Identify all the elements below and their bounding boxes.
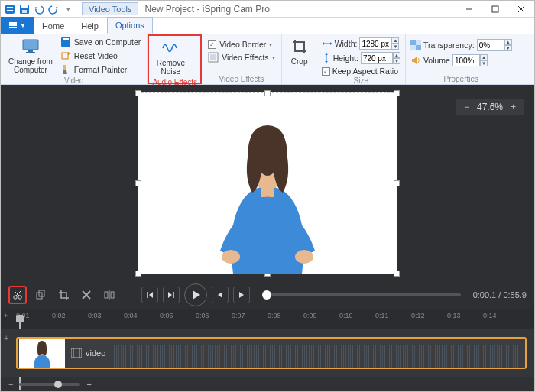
checkbox-checked-icon: ✓ [322, 67, 330, 76]
scrub-handle[interactable] [262, 290, 271, 300]
tab-home[interactable]: Home [34, 17, 73, 34]
chevron-down-icon: ▾ [269, 41, 272, 48]
svg-rect-7 [492, 6, 498, 12]
titlebar: ▾ Video Tools New Project - iSpring Cam … [1, 1, 534, 18]
remove-noise-button[interactable]: Remove Noise [152, 37, 189, 77]
timeline-zoom-bar: − + [1, 377, 534, 391]
svg-rect-17 [63, 38, 69, 40]
next-frame-button[interactable] [163, 287, 180, 303]
cut-button[interactable] [8, 286, 27, 304]
tab-help[interactable]: Help [73, 17, 107, 34]
timeline-track[interactable]: + video [1, 329, 534, 377]
resize-handle[interactable] [394, 90, 400, 96]
step-forward-button[interactable] [233, 287, 250, 303]
crop-button[interactable]: Crop [287, 36, 313, 67]
resize-handle[interactable] [264, 90, 271, 96]
volume-icon [410, 55, 421, 66]
volume-label: Volume [423, 56, 450, 65]
timeline-zoom-in-button[interactable]: + [86, 380, 91, 389]
width-icon [322, 39, 332, 48]
volume-spinner[interactable]: ▲▼ [452, 54, 488, 66]
qat-dropdown-icon[interactable]: ▾ [62, 3, 74, 15]
group-label-properties: Properties [410, 74, 512, 84]
copy-button[interactable] [31, 286, 50, 304]
scrub-bar[interactable] [262, 293, 461, 296]
zoom-in-button[interactable]: + [511, 102, 516, 112]
ruler-expand-icon[interactable]: + [4, 312, 8, 319]
svg-rect-10 [9, 22, 17, 24]
remove-noise-label: Remove Noise [157, 59, 185, 76]
ruler-tick: 0:02 [52, 312, 88, 319]
crop-tool-button[interactable] [54, 286, 73, 304]
svg-rect-5 [22, 10, 27, 13]
transparency-icon [410, 40, 421, 50]
width-row: Width: ▲▼ [322, 37, 400, 50]
audio-waveform [112, 345, 522, 368]
play-button[interactable] [184, 283, 207, 306]
ribbon: Change from Computer Save on Computer Re… [1, 34, 534, 85]
add-track-icon[interactable]: + [4, 333, 8, 342]
reset-video-button[interactable]: Reset Video [59, 50, 143, 62]
timeline-zoom-slider[interactable] [19, 383, 80, 386]
width-input[interactable] [359, 37, 391, 50]
video-selection-frame[interactable] [138, 92, 397, 274]
transparency-spinner[interactable]: ▲▼ [477, 39, 512, 51]
delete-button[interactable] [77, 286, 96, 304]
preview-stage[interactable]: − 47.6% + [1, 85, 534, 281]
window-title: New Project - iSpring Cam Pro [138, 4, 456, 15]
volume-input[interactable] [452, 54, 480, 66]
timeline-ruler[interactable]: + 0:01 0:02 0:03 0:04 0:05 0:06 0:07 0:0… [1, 309, 534, 322]
width-spinner[interactable]: ▲▼ [359, 37, 399, 50]
slider-handle[interactable] [54, 381, 62, 388]
reset-video-label: Reset Video [74, 51, 118, 60]
volume-row: Volume ▲▼ [410, 54, 512, 66]
ruler-tick: 0:03 [88, 312, 124, 319]
ribbon-group-audio-effects: Remove Noise Audio Effects [148, 34, 202, 84]
timeline-zoom-out-button[interactable]: − [8, 380, 13, 389]
height-spinner[interactable]: ▲▼ [361, 52, 400, 64]
group-label-video-effects: Video Effects [206, 74, 277, 84]
height-label: Height: [333, 53, 358, 63]
undo-icon[interactable] [33, 3, 45, 15]
svg-rect-21 [210, 54, 216, 60]
prev-frame-button[interactable] [141, 287, 158, 303]
clip-name: video [86, 348, 105, 358]
ribbon-group-size: Width: ▲▼ Height: ▲▼ ✓ Keep Aspect Ratio… [317, 34, 406, 84]
maximize-button[interactable] [482, 1, 508, 18]
save-on-computer-label: Save on Computer [74, 37, 141, 47]
format-painter-button[interactable]: Format Painter [59, 63, 143, 76]
ruler-tick: 0:09 [303, 312, 339, 319]
resize-handle[interactable] [135, 90, 141, 96]
zoom-value: 47.6% [477, 102, 503, 112]
svg-rect-18 [62, 53, 68, 59]
save-icon[interactable] [18, 3, 31, 15]
video-clip[interactable]: video [16, 337, 527, 369]
height-input[interactable] [361, 52, 393, 64]
keep-aspect-ratio-toggle[interactable]: ✓ Keep Aspect Ratio [322, 66, 400, 76]
change-from-computer-button[interactable]: Change from Computer [5, 36, 56, 76]
brush-icon [60, 64, 71, 75]
window-controls [456, 1, 534, 18]
save-on-computer-button[interactable]: Save on Computer [59, 36, 143, 48]
svg-rect-13 [23, 40, 38, 50]
svg-point-27 [222, 250, 240, 264]
video-border-toggle[interactable]: ✓ Video Border ▾ [206, 39, 277, 50]
quick-access-toolbar: ▾ [1, 3, 77, 15]
ruler-tick: 0:12 [411, 312, 447, 319]
zoom-out-button[interactable]: − [464, 102, 469, 112]
ribbon-tabs: ▼ Home Help Options [1, 18, 534, 34]
file-menu-button[interactable]: ▼ [1, 17, 34, 34]
tab-options[interactable]: Options [107, 17, 153, 34]
svg-rect-39 [105, 292, 108, 298]
step-back-button[interactable] [212, 287, 229, 303]
split-button[interactable] [100, 286, 118, 304]
svg-rect-1 [7, 7, 13, 8]
clip-thumbnail [19, 339, 65, 368]
video-effects-dropdown[interactable]: Video Effects ▾ [206, 51, 277, 63]
playhead-row [1, 322, 534, 329]
close-button[interactable] [508, 1, 534, 18]
minimize-button[interactable] [456, 1, 482, 18]
redo-icon[interactable] [47, 3, 60, 15]
transparency-input[interactable] [477, 39, 504, 51]
svg-point-32 [18, 296, 21, 299]
